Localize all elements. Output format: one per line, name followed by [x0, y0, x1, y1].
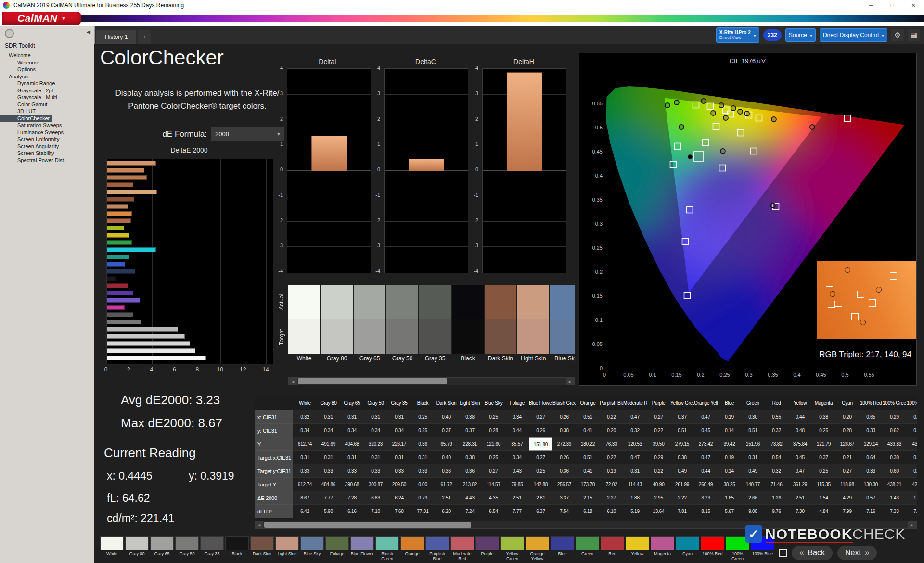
- table-cell: 0.51: [576, 410, 600, 424]
- sidebar-item-options[interactable]: Options: [0, 66, 94, 73]
- sidebar-item-welcome[interactable]: Welcome: [0, 59, 94, 66]
- scroll-right-icon[interactable]: ►: [908, 521, 916, 528]
- strip-label: Black: [225, 550, 249, 556]
- table-cell: 0.34: [387, 424, 411, 437]
- inset-measured-point: [830, 291, 835, 297]
- sidebar-item-welcome[interactable]: Welcome: [0, 52, 94, 59]
- table-cell: 72.02: [600, 478, 623, 491]
- sidebar-item-screen-stability[interactable]: Screen Stability: [0, 150, 94, 157]
- table-cell: 0.28: [835, 424, 859, 437]
- strip-label: Gray 50: [175, 550, 199, 556]
- table-cell: 76.33: [600, 437, 623, 451]
- strip-swatch: [200, 536, 224, 550]
- sidebar-item-saturation-sweeps[interactable]: Saturation Sweeps: [0, 122, 94, 129]
- gridline: [287, 94, 371, 95]
- stop-icon[interactable]: [779, 549, 787, 557]
- scrollbar-thumb[interactable]: [298, 378, 447, 384]
- table-cell: 439.83: [883, 437, 906, 451]
- layout-grid-icon[interactable]: ▦: [908, 29, 920, 41]
- scroll-right-icon[interactable]: ►: [566, 378, 574, 385]
- patch-row-scrollbar[interactable]: ◄ ►: [288, 377, 575, 385]
- patch-black: Black: [452, 285, 484, 373]
- row-label: Y: [255, 437, 293, 451]
- sidebar-item-dynamic-range[interactable]: Dynamic Range: [0, 80, 94, 87]
- patch-gray-80: Gray 80: [321, 285, 353, 373]
- strip-label: Yellow: [626, 550, 649, 556]
- table-cell: 0.47: [694, 410, 718, 424]
- table-cell: 0.22: [647, 424, 670, 437]
- deltae-bar: [107, 276, 116, 281]
- reading-x: x: 0.4445: [107, 470, 153, 483]
- minimize-button[interactable]: ─: [860, 2, 882, 9]
- calman-logo-button[interactable]: CalMAN ▾: [2, 12, 81, 25]
- cie-u-tick: 0.1: [642, 372, 663, 378]
- strip-swatch: [350, 536, 374, 550]
- cie-measured-point: [701, 99, 706, 103]
- sidebar-item-screen-uniformity[interactable]: Screen Uniformity: [0, 136, 94, 143]
- table-cell: 7.77: [317, 491, 340, 505]
- axis-tick-label: -2: [270, 218, 283, 223]
- workflow-icon[interactable]: [5, 29, 14, 38]
- axis-tick-label: 12: [238, 366, 248, 373]
- sidebar-item-analysis[interactable]: Analysis: [0, 73, 94, 80]
- add-tab-button[interactable]: +: [138, 30, 151, 44]
- next-button[interactable]: Next »: [837, 546, 877, 560]
- table-cell: 0.38: [458, 451, 482, 464]
- sidebar-item-luminance-sweeps[interactable]: Luminance Sweeps: [0, 129, 94, 136]
- gear-icon[interactable]: ⚙: [891, 29, 904, 41]
- strip-label: 100% Blue: [751, 550, 774, 556]
- column-header-bluish-green: Bluish Green: [552, 396, 576, 410]
- table-cell: 0.15: [906, 451, 917, 464]
- strip-magenta: Magenta: [651, 536, 674, 561]
- sidebar-collapse-button[interactable]: ◀: [87, 29, 90, 35]
- table-cell: 4.43: [458, 491, 482, 505]
- sidebar-item-3d-lut[interactable]: 3D LUT: [0, 108, 94, 115]
- strip-label: Purplish Blue: [425, 550, 449, 561]
- maximize-button[interactable]: □: [882, 2, 903, 9]
- column-header-cyan: Cyan: [835, 396, 859, 410]
- sidebar-item-grayscale-2pt[interactable]: Grayscale - 2pt: [0, 87, 94, 94]
- back-button[interactable]: « Back: [792, 546, 833, 560]
- strip-label: Magenta: [651, 550, 674, 556]
- strip-swatch: [551, 536, 574, 550]
- sidebar-item-grayscale-multi[interactable]: Grayscale - Multi: [0, 94, 94, 101]
- sidebar-item-color-gamut[interactable]: Color Gamut: [0, 101, 94, 108]
- axis-tick-label: 1: [466, 141, 478, 147]
- column-header-purple: Purple: [647, 396, 670, 410]
- table-cell: 129.14: [859, 437, 883, 451]
- cie-u-tick: 0.55: [859, 372, 880, 378]
- table-row-target-y: Target Y612.74484.86390.68300.87209.500.…: [255, 478, 917, 491]
- table-cell: 43.47: [906, 437, 917, 451]
- close-button[interactable]: ✕: [903, 2, 924, 9]
- cie-measured-point: [744, 111, 749, 116]
- meter-count-badge[interactable]: 232: [763, 29, 782, 41]
- sidebar-item-colorchecker[interactable]: ColorChecker: [0, 115, 52, 122]
- table-cell: 0.51: [741, 424, 765, 437]
- scroll-left-icon[interactable]: ◄: [255, 521, 263, 528]
- scroll-left-icon[interactable]: ◄: [289, 378, 297, 385]
- sidebar-item-screen-angularity[interactable]: Screen Angularity: [0, 143, 94, 150]
- strip-swatch: [701, 536, 724, 550]
- meter-dropdown[interactable]: X-Rite i1Pro 2 Direct View ▾: [716, 27, 759, 43]
- axis-tick-label: 4: [270, 65, 283, 71]
- tab-history-1[interactable]: History 1: [96, 30, 136, 44]
- table-cell: 0.37: [458, 424, 482, 437]
- source-dropdown[interactable]: Source ▾: [785, 28, 816, 42]
- table-cell: 0.25: [411, 410, 435, 424]
- table-cell: 0.34: [505, 410, 529, 424]
- table-cell: 0.33: [293, 464, 317, 478]
- gridline: [385, 221, 468, 222]
- scrollbar-thumb[interactable]: [264, 522, 471, 528]
- table-cell: 0.32: [293, 410, 317, 424]
- gridline: [483, 272, 566, 272]
- display-control-dropdown[interactable]: Direct Display Control ▾: [820, 28, 887, 42]
- deltae-bar: [107, 356, 206, 360]
- table-cell: 361.29: [788, 478, 812, 491]
- toolbar-right: X-Rite i1Pro 2 Direct View ▾ 232 Source …: [716, 28, 920, 42]
- sidebar-item-spectral-power-dist[interactable]: Spectral Power Dist.: [0, 157, 94, 164]
- strip-green: Green: [576, 536, 599, 561]
- table-cell: 0.32: [765, 424, 788, 437]
- patch-actual-swatch: [550, 285, 575, 319]
- table-row-e-2000: ΔE 20008.677.777.286.836.240.792.514.434…: [255, 491, 917, 505]
- table-cell: 260.49: [694, 478, 718, 491]
